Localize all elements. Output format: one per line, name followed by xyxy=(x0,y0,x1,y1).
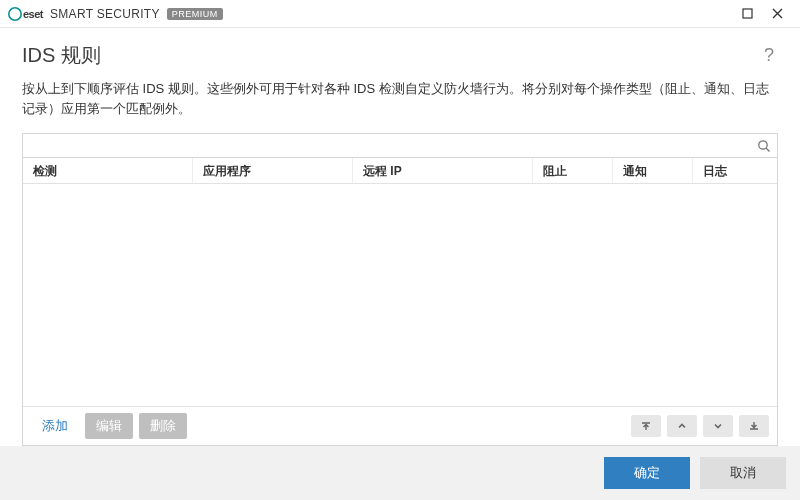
svg-line-4 xyxy=(766,148,769,151)
titlebar: eset SMART SECURITY PREMIUM xyxy=(0,0,800,28)
close-button[interactable] xyxy=(762,2,792,26)
column-header-block[interactable]: 阻止 xyxy=(533,158,613,183)
column-header-detect[interactable]: 检测 xyxy=(23,158,193,183)
brand: eset SMART SECURITY PREMIUM xyxy=(8,7,223,21)
search-icon[interactable] xyxy=(751,139,777,153)
help-icon[interactable]: ? xyxy=(760,43,778,68)
column-header-app[interactable]: 应用程序 xyxy=(193,158,353,183)
column-header-notify[interactable]: 通知 xyxy=(613,158,693,183)
column-header-remote[interactable]: 远程 IP xyxy=(353,158,533,183)
search-input[interactable] xyxy=(23,134,751,157)
svg-point-0 xyxy=(9,7,21,19)
dialog-footer: 确定 取消 xyxy=(0,446,800,500)
page-description: 按从上到下顺序评估 IDS 规则。这些例外可用于针对各种 IDS 检测自定义防火… xyxy=(22,79,778,119)
content-area: IDS 规则 ? 按从上到下顺序评估 IDS 规则。这些例外可用于针对各种 ID… xyxy=(0,28,800,446)
column-header-log[interactable]: 日志 xyxy=(693,158,777,183)
brand-logo-icon: eset xyxy=(8,7,46,21)
move-bottom-button[interactable] xyxy=(739,415,769,437)
svg-rect-2 xyxy=(743,9,752,18)
ok-button[interactable]: 确定 xyxy=(604,457,690,489)
grid-search-row xyxy=(23,134,777,158)
brand-product-name: SMART SECURITY xyxy=(50,7,160,21)
move-up-button[interactable] xyxy=(667,415,697,437)
move-down-button[interactable] xyxy=(703,415,733,437)
grid-header: 检测 应用程序 远程 IP 阻止 通知 日志 xyxy=(23,158,777,184)
add-button[interactable]: 添加 xyxy=(31,413,79,439)
edit-button[interactable]: 编辑 xyxy=(85,413,133,439)
maximize-button[interactable] xyxy=(732,2,762,26)
svg-point-3 xyxy=(759,141,767,149)
grid-toolbar: 添加 编辑 删除 xyxy=(23,406,777,445)
brand-premium-badge: PREMIUM xyxy=(167,8,223,20)
move-top-button[interactable] xyxy=(631,415,661,437)
heading-row: IDS 规则 ? xyxy=(22,42,778,69)
svg-text:eset: eset xyxy=(23,8,44,20)
rules-grid: 检测 应用程序 远程 IP 阻止 通知 日志 添加 编辑 删除 xyxy=(22,133,778,446)
cancel-button[interactable]: 取消 xyxy=(700,457,786,489)
page-title: IDS 规则 xyxy=(22,42,101,69)
delete-button[interactable]: 删除 xyxy=(139,413,187,439)
grid-body xyxy=(23,184,777,406)
